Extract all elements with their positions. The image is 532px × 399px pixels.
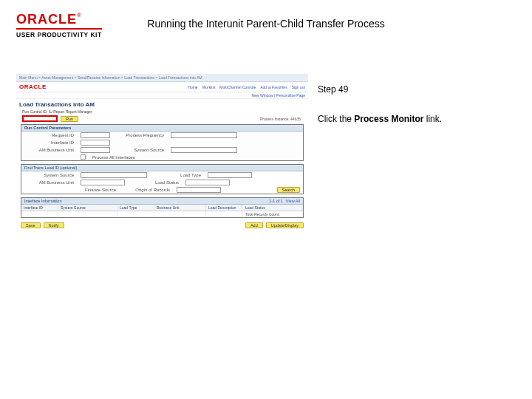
- nav-worklist[interactable]: Worklist: [202, 85, 216, 89]
- find-system-source-input[interactable]: [81, 172, 147, 178]
- process-all-label: Process All Interfaces: [92, 155, 135, 160]
- am-bu-input[interactable]: [81, 147, 110, 153]
- find-am-bu-label: AM Business Unit: [24, 180, 76, 185]
- instruction-prefix: Click the: [318, 114, 354, 124]
- nav-add-favorites[interactable]: Add to Favorites: [260, 85, 287, 89]
- process-instance: Process Instance: 44635: [16, 117, 301, 121]
- sub-nav[interactable]: New Window | Personalize Page: [16, 92, 308, 99]
- table-pager[interactable]: 1-1 of 1: [269, 199, 283, 203]
- table-head: Interface ID System Source Load Type Bus…: [21, 205, 303, 211]
- request-id-input[interactable]: [81, 132, 110, 138]
- table-viewall[interactable]: View All: [286, 199, 300, 203]
- app-screenshot: Main Menu > Asset Management > Send/Rece…: [16, 74, 308, 222]
- interface-id-label: Interface ID: [24, 140, 76, 145]
- process-freq-input[interactable]: [171, 132, 237, 138]
- find-am-bu-input[interactable]: [81, 180, 125, 185]
- find-load-type-input[interactable]: [208, 172, 252, 178]
- notify-button[interactable]: Notify: [44, 222, 64, 228]
- find-panel: Find Trans Load ID (optional) System Sou…: [21, 164, 304, 194]
- instruction-suffix: link.: [423, 114, 442, 124]
- nav-signout[interactable]: Sign out: [292, 85, 305, 89]
- request-id-label: Request ID: [24, 133, 76, 137]
- table-row: Total Records Count:: [21, 211, 303, 217]
- step-label: Step 49: [318, 84, 348, 95]
- screen-header: Load Transactions into AM: [19, 101, 305, 108]
- run-button[interactable]: Run: [61, 116, 78, 122]
- find-system-source-label: System Source: [24, 173, 76, 177]
- finance-source-label: Finance Source: [85, 188, 116, 192]
- search-button[interactable]: Search: [277, 187, 300, 193]
- process-all-checkbox[interactable]: [81, 154, 86, 160]
- nav-multichannel[interactable]: MultiChannel Console: [219, 85, 256, 89]
- run-control-panel: Run Control Parameters Request ID Proces…: [21, 124, 304, 161]
- system-source-input[interactable]: [171, 147, 237, 153]
- find-panel-title: Find Trans Load ID (optional): [21, 165, 303, 171]
- system-source-label: System Source: [115, 148, 166, 152]
- add-button[interactable]: Add: [245, 222, 263, 228]
- update-display-button[interactable]: Update/Display: [266, 222, 304, 228]
- run-control-panel-title: Run Control Parameters: [21, 125, 303, 132]
- app-topbar: ORACLE Home Worklist MultiChannel Consol…: [16, 82, 308, 92]
- logo-subtitle: USER PRODUCTIVITY KIT: [16, 31, 102, 38]
- col-interface-id: Interface ID: [21, 205, 58, 211]
- instruction-text: Click the Process Monitor link.: [318, 114, 442, 124]
- interface-table-title: Interface Information: [24, 199, 61, 203]
- interface-id-input[interactable]: [81, 140, 110, 146]
- process-monitor-highlight[interactable]: [22, 115, 58, 122]
- page-title: Running the Interunit Parent-Child Trans…: [0, 18, 532, 30]
- col-load-type: Load Type: [117, 205, 154, 211]
- origin-label: Origin of Records: [120, 188, 172, 192]
- find-load-type-label: Load Type: [151, 173, 203, 177]
- col-load-desc: Load Description: [206, 205, 243, 211]
- process-freq-label: Process Frequency: [115, 133, 166, 137]
- screen-footer: Save Notify Add Update/Display: [21, 222, 304, 228]
- origin-input[interactable]: [177, 187, 221, 193]
- find-load-status-label: Load Status: [129, 180, 181, 185]
- breadcrumb: Main Menu > Asset Management > Send/Rece…: [16, 74, 308, 82]
- app-logo: ORACLE: [19, 83, 47, 90]
- col-business-unit: Business Unit: [154, 205, 206, 211]
- run-control-info: Run Control ID: IU Report Report Manager: [22, 109, 302, 114]
- am-bu-label: AM Business Unit: [24, 148, 76, 152]
- instruction-bold: Process Monitor: [354, 114, 423, 124]
- save-button[interactable]: Save: [21, 222, 41, 228]
- interface-table-header: Interface Information 1-1 of 1 View All: [21, 198, 303, 205]
- top-nav: Home Worklist MultiChannel Console Add t…: [188, 85, 305, 89]
- col-system-source: System Source: [58, 205, 117, 211]
- nav-home[interactable]: Home: [188, 85, 197, 89]
- find-load-status-input[interactable]: [185, 180, 230, 185]
- interface-table: Interface Information 1-1 of 1 View All …: [21, 197, 304, 218]
- screen-title: Load Transactions into AM: [19, 101, 95, 108]
- col-load-status: Load Status: [243, 205, 303, 211]
